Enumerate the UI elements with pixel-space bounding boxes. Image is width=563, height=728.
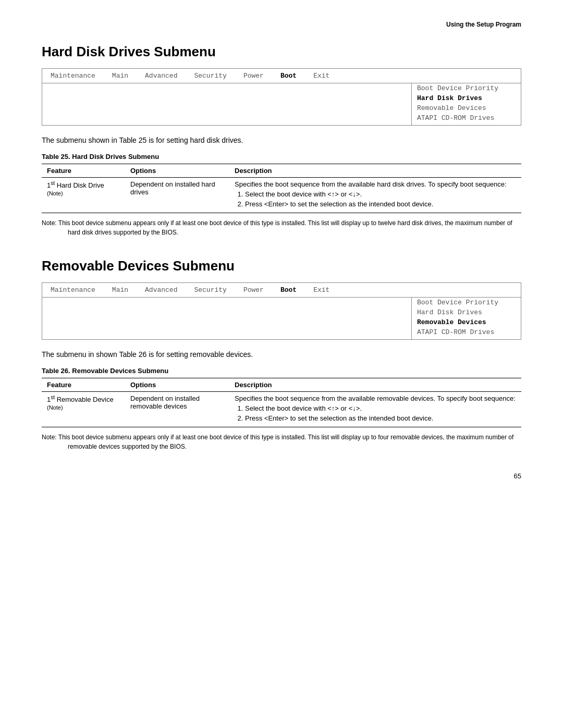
list-item: Press <Enter> to set the selection as th… xyxy=(245,414,516,422)
section2-table: Feature Options Description 1st Removabl… xyxy=(42,378,521,427)
section2-note: Note: This boot device submenu appears o… xyxy=(42,433,521,451)
bios-menu-advanced-2: Advanced xyxy=(137,285,186,295)
section-hard-disk-drives: Hard Disk Drives Submenu Maintenance Mai… xyxy=(42,44,521,237)
section1-title: Hard Disk Drives Submenu xyxy=(42,44,521,60)
bios-item-boot-device-priority-1: Boot Device Priority xyxy=(412,83,521,93)
bios-item-atapi-cdrom-1: ATAPI CD-ROM Drives xyxy=(412,113,521,123)
section-removable-devices: Removable Devices Submenu Maintenance Ma… xyxy=(42,258,521,451)
bios-item-removable-devices-1: Removable Devices xyxy=(412,103,521,113)
bios-menu-power-2: Power xyxy=(235,285,272,295)
col-header-options-2: Options xyxy=(125,378,229,392)
cell-feature-1: 1st Hard Disk Drive (Note) xyxy=(42,178,125,213)
bios-menu-advanced-1: Advanced xyxy=(137,71,186,81)
bios-menu-security-1: Security xyxy=(186,71,235,81)
col-header-description-1: Description xyxy=(229,164,521,178)
section1-table-title: Table 25. Hard Disk Drives Submenu xyxy=(42,153,521,161)
note-label-2: Note: This boot device submenu appears o… xyxy=(42,434,513,450)
page-header: Using the Setup Program xyxy=(42,21,521,28)
bios-item-removable-devices-2: Removable Devices xyxy=(412,317,521,327)
section2-intro: The submenu in shown Table 26 is for set… xyxy=(42,350,521,359)
bios-menu-exit-2: Exit xyxy=(305,285,338,295)
bios-submenu-2: Boot Device Priority Hard Disk Drives Re… xyxy=(411,298,521,339)
section2-table-title: Table 26. Removable Devices Submenu xyxy=(42,367,521,375)
bios-menu-boot-1: Boot xyxy=(272,71,305,81)
bios-display-1: Maintenance Main Advanced Security Power… xyxy=(42,68,521,126)
bios-body-left-2 xyxy=(42,298,411,339)
cell-options-1: Dependent on installed hard drives xyxy=(125,178,229,213)
bios-item-atapi-cdrom-2: ATAPI CD-ROM Drives xyxy=(412,327,521,337)
bios-menu-exit-1: Exit xyxy=(305,71,338,81)
bios-menu-security-2: Security xyxy=(186,285,235,295)
list-item: Press <Enter> to set the selection as th… xyxy=(245,200,516,208)
bios-body-2: Boot Device Priority Hard Disk Drives Re… xyxy=(42,298,521,339)
section2-title: Removable Devices Submenu xyxy=(42,258,521,274)
page-number: 65 xyxy=(42,472,521,480)
bios-topbar-2: Maintenance Main Advanced Security Power… xyxy=(42,283,521,298)
col-header-description-2: Description xyxy=(229,378,521,392)
list-item: Select the boot device with <↑> or <↓>. xyxy=(245,190,516,198)
bios-submenu-1: Boot Device Priority Hard Disk Drives Re… xyxy=(411,83,521,125)
bios-menu-power-1: Power xyxy=(235,71,272,81)
col-header-options-1: Options xyxy=(125,164,229,178)
list-item: Select the boot device with <↑> or <↓>. xyxy=(245,404,516,412)
bios-display-2: Maintenance Main Advanced Security Power… xyxy=(42,282,521,340)
bios-menu-maintenance-2: Maintenance xyxy=(42,285,104,295)
bios-menu-main-2: Main xyxy=(104,285,137,295)
section1-intro: The submenu shown in Table 25 is for set… xyxy=(42,136,521,144)
bios-item-boot-device-priority-2: Boot Device Priority xyxy=(412,298,521,307)
section1-note: Note: This boot device submenu appears o… xyxy=(42,218,521,237)
cell-options-2: Dependent on installed removable devices xyxy=(125,392,229,427)
bios-menu-boot-2: Boot xyxy=(272,285,305,295)
cell-feature-2: 1st Removable Device (Note) xyxy=(42,392,125,427)
bios-topbar-1: Maintenance Main Advanced Security Power… xyxy=(42,69,521,83)
table-row: 1st Removable Device (Note) Dependent on… xyxy=(42,392,521,427)
cell-description-1: Specifies the boot sequence from the ava… xyxy=(229,178,521,213)
cell-description-2: Specifies the boot sequence from the ava… xyxy=(229,392,521,427)
table-row: 1st Hard Disk Drive (Note) Dependent on … xyxy=(42,178,521,213)
bios-menu-maintenance-1: Maintenance xyxy=(42,71,104,81)
bios-menu-main-1: Main xyxy=(104,71,137,81)
note-label-1: Note: This boot device submenu appears o… xyxy=(42,219,512,236)
bios-item-hard-disk-drives-2: Hard Disk Drives xyxy=(412,307,521,317)
section1-table: Feature Options Description 1st Hard Dis… xyxy=(42,164,521,213)
col-header-feature-2: Feature xyxy=(42,378,125,392)
bios-item-hard-disk-drives-1: Hard Disk Drives xyxy=(412,93,521,103)
bios-body-left-1 xyxy=(42,83,411,125)
bios-body-1: Boot Device Priority Hard Disk Drives Re… xyxy=(42,83,521,125)
col-header-feature-1: Feature xyxy=(42,164,125,178)
